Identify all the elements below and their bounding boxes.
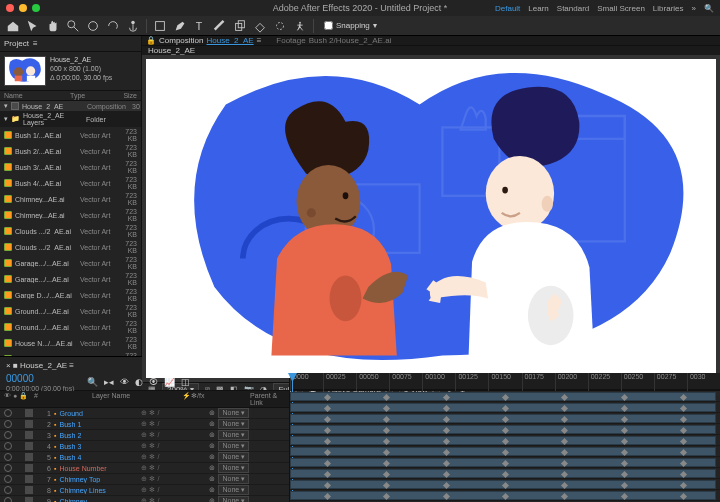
keyframe-icon[interactable] [383, 471, 390, 478]
keyframe-icon[interactable] [324, 493, 331, 500]
layer-switches[interactable]: ⊕✻/ [141, 464, 209, 472]
col-size[interactable]: Size [112, 92, 137, 99]
project-comp-row[interactable]: ▾ House_2_AE Composition 30 [0, 101, 141, 111]
keyframe-icon[interactable] [621, 427, 628, 434]
parent-link[interactable]: ⊚None ▾ [209, 463, 285, 473]
project-item[interactable]: Clouds .../2_AE.aiVector Art723 KB [0, 223, 141, 239]
label-color[interactable] [25, 442, 33, 450]
layer-switches[interactable]: ⊕✻/ [141, 475, 209, 483]
roto-tool-icon[interactable] [273, 19, 287, 33]
project-item[interactable]: House N.../...AE.aiVector Art723 KB [0, 335, 141, 351]
project-tab[interactable]: Project ≡ [0, 36, 141, 52]
parent-dropdown[interactable]: None ▾ [218, 463, 249, 473]
visibility-toggle[interactable] [4, 431, 12, 439]
layer-switches[interactable]: ⊕✻/ [141, 420, 209, 428]
keyframe-icon[interactable] [324, 471, 331, 478]
eraser-tool-icon[interactable] [253, 19, 267, 33]
project-item[interactable]: Ground.../...AE.aiVector Art723 KB [0, 303, 141, 319]
keyframe-icon[interactable] [324, 394, 331, 401]
current-time[interactable]: 00000 [0, 372, 81, 385]
snapping-checkbox[interactable] [324, 21, 333, 30]
keyframe-icon[interactable] [324, 482, 331, 489]
keyframe-icon[interactable] [502, 460, 509, 467]
parent-dropdown[interactable]: None ▾ [218, 496, 249, 502]
pickwhip-icon[interactable]: ⊚ [209, 497, 215, 502]
keyframe-icon[interactable] [443, 482, 450, 489]
visibility-toggle[interactable] [4, 464, 12, 472]
layer-track[interactable] [290, 468, 720, 479]
visibility-toggle[interactable] [4, 420, 12, 428]
keyframe-icon[interactable] [443, 449, 450, 456]
label-color[interactable] [25, 420, 33, 428]
pickwhip-icon[interactable]: ⊚ [209, 431, 215, 439]
layer-switches[interactable]: ⊕✻/ [141, 442, 209, 450]
keyframe-icon[interactable] [443, 416, 450, 423]
pickwhip-icon[interactable]: ⊚ [209, 453, 215, 461]
layer-bar[interactable] [290, 403, 716, 412]
keyframe-icon[interactable] [443, 405, 450, 412]
keyframe-icon[interactable] [502, 449, 509, 456]
footage-file-label[interactable]: Bush 2/House_2_AE.ai [309, 36, 392, 45]
keyframe-icon[interactable] [502, 438, 509, 445]
keyframe-icon[interactable] [502, 482, 509, 489]
keyframe-icon[interactable] [621, 493, 628, 500]
keyframe-icon[interactable] [561, 482, 568, 489]
keyframe-icon[interactable] [383, 493, 390, 500]
viewer-breadcrumb[interactable]: House_2_AE [142, 46, 720, 55]
layer-switches[interactable]: ⊕✻/ [141, 453, 209, 461]
visibility-toggle[interactable] [4, 497, 12, 502]
keyframe-icon[interactable] [621, 471, 628, 478]
keyframe-icon[interactable] [621, 449, 628, 456]
project-item[interactable]: Garage.../...AE.aiVector Art723 KB [0, 255, 141, 271]
keyframe-icon[interactable] [561, 405, 568, 412]
timeline-tracks[interactable] [290, 391, 720, 502]
selection-tool-icon[interactable] [26, 19, 40, 33]
pickwhip-icon[interactable]: ⊚ [209, 475, 215, 483]
keyframe-icon[interactable] [680, 493, 687, 500]
keyframe-icon[interactable] [324, 416, 331, 423]
keyframe-icon[interactable] [561, 394, 568, 401]
keyframe-icon[interactable] [383, 405, 390, 412]
text-tool-icon[interactable]: T [193, 19, 207, 33]
label-color[interactable] [25, 431, 33, 439]
parent-link[interactable]: ⊚None ▾ [209, 496, 285, 502]
parent-link[interactable]: ⊚None ▾ [209, 430, 285, 440]
keyframe-icon[interactable] [443, 427, 450, 434]
keyframe-icon[interactable] [443, 493, 450, 500]
breadcrumb-item[interactable]: House_2_AE [148, 46, 195, 55]
layer-switches[interactable]: ⊕✻/ [141, 409, 209, 417]
parent-link[interactable]: ⊚None ▾ [209, 452, 285, 462]
layer-bar[interactable] [290, 469, 716, 478]
layer-switches[interactable]: ⊕✻/ [141, 431, 209, 439]
project-folder-row[interactable]: ▾ 📁 House_2_AE Layers Folder [0, 111, 141, 127]
parent-dropdown[interactable]: None ▾ [218, 430, 249, 440]
project-item[interactable]: Bush 1/...AE.aiVector Art723 KB [0, 127, 141, 143]
layer-bar[interactable] [290, 447, 716, 456]
workspace-standard[interactable]: Standard [557, 4, 589, 13]
zoom-tool-icon[interactable] [66, 19, 80, 33]
shy-icon[interactable]: 👁 [120, 377, 129, 387]
label-color[interactable] [25, 475, 33, 483]
layer-track[interactable] [290, 457, 720, 468]
lock-icon[interactable]: 🔒 [146, 36, 156, 45]
keyframe-icon[interactable] [621, 438, 628, 445]
parent-dropdown[interactable]: None ▾ [218, 408, 249, 418]
layer-row[interactable]: 1▪Ground⊕✻/⊚None ▾ [0, 408, 289, 419]
keyframe-icon[interactable] [324, 405, 331, 412]
keyframe-icon[interactable] [621, 405, 628, 412]
label-color[interactable] [25, 486, 33, 494]
keyframe-icon[interactable] [561, 460, 568, 467]
keyframe-icon[interactable] [502, 405, 509, 412]
parent-link[interactable]: ⊚None ▾ [209, 474, 285, 484]
parent-dropdown[interactable]: None ▾ [218, 452, 249, 462]
workspace-chevron-icon[interactable]: » [692, 4, 696, 13]
keyframe-icon[interactable] [502, 427, 509, 434]
label-color[interactable] [25, 497, 33, 502]
layer-bar[interactable] [290, 491, 716, 500]
workspace-tabs[interactable]: Default Learn Standard Small Screen Libr… [495, 4, 714, 13]
layer-bar[interactable] [290, 458, 716, 467]
col-name[interactable]: Name [4, 92, 70, 99]
layer-row[interactable]: 5▪Bush 4⊕✻/⊚None ▾ [0, 452, 289, 463]
layer-track[interactable] [290, 479, 720, 490]
keyframe-icon[interactable] [324, 460, 331, 467]
